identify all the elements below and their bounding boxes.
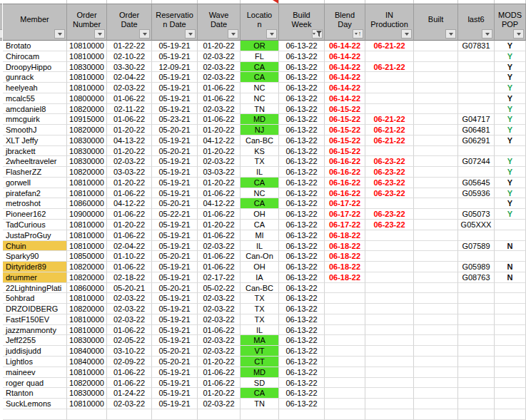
cell-in_production[interactable] — [365, 241, 414, 252]
cell-built[interactable] — [414, 178, 458, 188]
cell-wave_date[interactable]: 01-06-22 — [198, 325, 241, 336]
cell-member[interactable]: 5ohbrad — [3, 293, 67, 304]
cell-wave_date[interactable]: 01-06-22 — [198, 230, 241, 241]
cell-location[interactable]: TX — [241, 314, 279, 325]
cell-member[interactable]: roger quad — [3, 378, 67, 389]
cell-last6[interactable] — [458, 325, 495, 336]
cell-reservation_date[interactable]: 05-23-21 — [152, 114, 198, 125]
cell-mods_pop[interactable]: Y — [495, 156, 526, 167]
cell-wave_date[interactable]: 01-06-22 — [198, 378, 241, 389]
cell-built[interactable] — [414, 156, 458, 167]
cell-in_production[interactable] — [365, 272, 414, 283]
cell-order_number[interactable]: 10800000 — [67, 93, 107, 104]
cell-built[interactable] — [414, 409, 458, 420]
cell-mods_pop[interactable]: Y — [495, 135, 526, 146]
cell-built[interactable] — [414, 41, 458, 51]
cell-wave_date[interactable]: 02-03-22 — [198, 51, 241, 62]
cell-location[interactable]: TX — [241, 293, 279, 304]
cell-built[interactable] — [414, 378, 458, 389]
cell-order_number[interactable]: 10810000 — [67, 41, 107, 51]
filter-button-blend_day[interactable]: ↑ — [353, 29, 363, 39]
cell-wave_date[interactable]: 01-06-22 — [198, 262, 241, 272]
cell-order_date[interactable]: 02-03-22 — [107, 399, 152, 409]
cell-last6[interactable] — [458, 357, 495, 367]
cell-in_production[interactable]: 06-23-22 — [365, 156, 414, 167]
cell-order_number[interactable]: 10830000 — [67, 156, 107, 167]
cell-blend_day[interactable] — [325, 325, 365, 336]
filter-button-mods_pop[interactable] — [513, 29, 524, 39]
cell-order_date[interactable]: 01-20-22 — [107, 178, 152, 188]
cell-member[interactable]: 22LightningPlati — [3, 283, 67, 294]
cell-mods_pop[interactable]: Y — [495, 83, 526, 93]
cell-build_week[interactable]: 06-13-22 — [279, 167, 325, 178]
cell-blend_day[interactable]: 06-15-22 — [325, 146, 365, 157]
cell-build_week[interactable]: 06-13-22 — [279, 156, 325, 167]
cell-order_date[interactable]: 02-03-22 — [107, 304, 152, 314]
cell-wave_date[interactable]: 04-12-22 — [198, 135, 241, 146]
cell-last6[interactable] — [458, 367, 495, 378]
cell-in_production[interactable]: 06-21-22 — [365, 62, 414, 73]
column-header-order_number[interactable]: Order Number — [67, 4, 107, 41]
cell-blend_day[interactable] — [325, 346, 365, 357]
cell-reservation_date[interactable]: 05-19-21 — [152, 335, 198, 346]
cell-blend_day[interactable]: 06-17-22 — [325, 198, 365, 209]
cell-wave_date[interactable]: 01-20-22 — [198, 220, 241, 230]
cell-in_production[interactable] — [365, 293, 414, 304]
cell-build_week[interactable]: 06-13-22 — [279, 230, 325, 241]
cell-last6[interactable] — [458, 409, 495, 420]
cell-wave_date[interactable]: 01-20-22 — [198, 41, 241, 51]
cell-wave_date[interactable]: 02-17-22 — [198, 272, 241, 283]
cell-blend_day[interactable]: 06-15-22 — [325, 104, 365, 115]
cell-in_production[interactable]: 06-21-22 — [365, 41, 414, 51]
cell-order_number[interactable]: 10840000 — [67, 346, 107, 357]
cell-build_week[interactable]: 06-13-22 — [279, 178, 325, 188]
column-header-mods_pop[interactable]: MODS POP — [495, 4, 526, 41]
cell-reservation_date[interactable]: 05-19-21 — [152, 378, 198, 389]
cell-mods_pop[interactable] — [495, 293, 526, 304]
cell-mods_pop[interactable]: N — [495, 241, 526, 252]
cell-wave_date[interactable]: 02-03-22 — [198, 293, 241, 304]
cell-wave_date[interactable]: 02-03-22 — [198, 346, 241, 357]
column-header-in_production[interactable]: IN Production — [365, 4, 414, 41]
cell-blend_day[interactable]: 06-16-22 — [325, 156, 365, 167]
cell-last6[interactable] — [458, 198, 495, 209]
cell-location[interactable]: CA — [241, 220, 279, 230]
cell-member[interactable]: FastF150EV — [3, 314, 67, 325]
cell-location[interactable] — [241, 409, 279, 420]
cell-location[interactable]: Can-BC — [241, 283, 279, 294]
cell-build_week[interactable]: 06-13-22 — [279, 114, 325, 125]
cell-location[interactable]: MD — [241, 114, 279, 125]
cell-order_date[interactable]: 01-06-22 — [107, 325, 152, 336]
cell-wave_date[interactable]: 02-03-22 — [198, 399, 241, 409]
cell-blend_day[interactable] — [325, 378, 365, 389]
cell-in_production[interactable]: 06-21-22 — [365, 114, 414, 125]
cell-location[interactable]: NJ — [241, 125, 279, 135]
cell-member[interactable]: Brotato — [3, 41, 67, 51]
column-header-built[interactable]: Built — [414, 4, 458, 41]
cell-last6[interactable] — [458, 335, 495, 346]
cell-wave_date[interactable]: 03-03-22 — [198, 167, 241, 178]
cell-member[interactable]: drummer — [3, 272, 67, 283]
cell-build_week[interactable]: 06-13-22 — [279, 241, 325, 252]
cell-mods_pop[interactable]: Y — [495, 178, 526, 188]
cell-build_week[interactable]: 06-13-22 — [279, 72, 325, 83]
cell-location[interactable]: IL — [241, 167, 279, 178]
cell-order_number[interactable]: 10810000 — [67, 51, 107, 62]
cell-order_date[interactable]: 04-13-22 — [107, 135, 152, 146]
cell-built[interactable] — [414, 241, 458, 252]
cell-mods_pop[interactable]: Y — [495, 198, 526, 209]
cell-last6[interactable] — [458, 72, 495, 83]
cell-order_number[interactable]: 10860000 — [67, 283, 107, 294]
cell-member[interactable]: Rtanton — [3, 388, 67, 399]
cell-order_date[interactable]: 02-10-22 — [107, 51, 152, 62]
cell-reservation_date[interactable]: 05-19-21 — [152, 230, 198, 241]
cell-wave_date[interactable]: 02-03-22 — [198, 62, 241, 73]
cell-member[interactable]: amcdaniel8 — [3, 104, 67, 115]
cell-reservation_date[interactable]: 05-20-21 — [152, 346, 198, 357]
cell-wave_date[interactable]: 01-06-22 — [198, 114, 241, 125]
cell-order_number[interactable]: 10810000 — [67, 188, 107, 199]
cell-blend_day[interactable]: 06-16-22 — [325, 178, 365, 188]
cell-order_number[interactable]: 10810000 — [67, 241, 107, 252]
cell-built[interactable] — [414, 304, 458, 314]
cell-location[interactable]: NC — [241, 83, 279, 93]
